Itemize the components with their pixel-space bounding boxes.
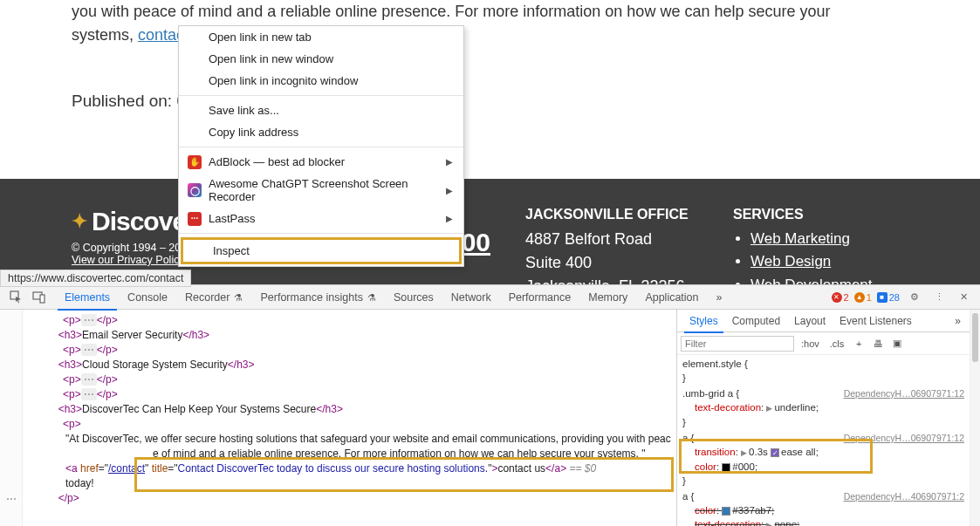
logo-icon: ✦ [72,210,86,233]
styles-tabs: Styles Computed Layout Event Listeners » [677,310,970,332]
devtools-panel: Elements Console Recorder ⚗ Performance … [0,284,980,526]
office-heading: JACKSONVILLE OFFICE [525,207,707,222]
close-icon[interactable]: ✕ [954,288,973,307]
styles-rules[interactable]: element.style { } DependencyH…06907971:1… [677,355,970,526]
devtools-toolbar: Elements Console Recorder ⚗ Performance … [0,285,980,310]
tab-event-listeners[interactable]: Event Listeners [833,310,919,332]
new-style-rule-icon[interactable]: + [851,338,867,349]
source-link[interactable]: DependencyH…06907971:12 [844,386,964,400]
menu-open-incognito[interactable]: Open link in incognito window [179,70,463,92]
devtools-counts: ✕2 ▲1 ■28 ⚙ ⋮ ✕ [832,288,974,307]
lastpass-icon: ··· [188,212,202,226]
article-body: you with peace of mind and a reliable on… [0,0,980,114]
tab-computed[interactable]: Computed [725,310,787,332]
svg-rect-2 [40,295,45,303]
tab-recorder[interactable]: Recorder ⚗ [176,285,251,310]
settings-icon[interactable]: ⚙ [905,288,924,307]
menu-copy-link-address[interactable]: Copy link address [179,121,463,143]
tab-network[interactable]: Network [442,285,500,310]
devtools-gutter: ⋯ [0,310,23,526]
tab-layout[interactable]: Layout [787,310,833,332]
address-line: Suite 400 [525,251,707,275]
styles-filter-input[interactable] [681,336,794,352]
breadcrumb-dots[interactable]: ⋯ [6,493,15,505]
chevron-right-icon: ▶ [446,157,453,167]
tab-styles[interactable]: Styles [682,310,725,332]
context-menu: Open link in new tab Open link in new wi… [178,25,464,267]
beaker-icon: ⚗ [365,292,376,303]
info-count[interactable]: ■28 [877,292,900,303]
tab-perf-insights[interactable]: Performance insights ⚗ [251,285,384,310]
styles-pane: Styles Computed Layout Event Listeners »… [676,310,970,526]
cls-toggle[interactable]: .cls [826,337,848,351]
menu-separator [179,95,463,96]
menu-separator [179,233,463,234]
error-count[interactable]: ✕2 [832,292,849,303]
menu-separator [179,147,463,147]
body-text-line: you with peace of mind and a reliable on… [72,0,908,24]
elements-tree[interactable]: ▶<p>⋯</p> <h3>Email Server Security</h3>… [23,310,676,526]
menu-ext-screenshot[interactable]: ◯ Awesome ChatGPT Screenshot Screen Reco… [179,173,463,208]
computed-toggle-icon[interactable]: ▣ [889,338,905,349]
tab-performance[interactable]: Performance [500,285,580,310]
beaker-icon: ⚗ [231,292,243,303]
chevron-right-icon: ▶ [446,214,453,223]
chevron-right-icon: ▶ [446,186,453,195]
services-heading: SERVICES [733,207,873,222]
tab-sources[interactable]: Sources [385,285,442,310]
address-line: 4887 Belfort Road [525,228,707,251]
status-bar-url: https://www.discovertec.com/contact [0,270,191,287]
print-media-icon[interactable]: 🖶 [870,338,886,349]
menu-ext-lastpass[interactable]: ··· LastPass ▶ [179,208,463,229]
adblock-icon: ✋ [188,155,202,169]
hov-toggle[interactable]: :hov [798,337,823,351]
service-link[interactable]: Web Marketing [750,228,873,250]
devtools-tabs: Elements Console Recorder ⚗ Performance … [56,285,730,310]
styles-scrollbar[interactable] [970,310,980,526]
styles-filter-bar: :hov .cls + 🖶 ▣ [677,332,970,355]
tab-elements[interactable]: Elements [56,285,119,310]
screenshot-icon: ◯ [188,183,202,197]
service-link[interactable]: Web Design [750,250,873,273]
warning-count[interactable]: ▲1 [854,292,872,303]
tab-application[interactable]: Application [636,285,707,310]
tab-more[interactable]: » [708,285,731,310]
source-link[interactable]: DependencyH…06907971:12 [844,431,964,445]
menu-open-new-tab[interactable]: Open link in new tab [179,26,463,48]
device-toggle-icon[interactable] [30,288,49,307]
menu-ext-adblock[interactable]: ✋ AdBlock — best ad blocker ▶ [179,151,463,173]
tabs-overflow[interactable]: » [951,315,964,327]
tab-memory[interactable]: Memory [579,285,636,310]
inspect-element-icon[interactable] [7,288,26,307]
text-node[interactable]: "At DiscoverTec, we offer secure hosting… [26,432,676,461]
site-footer: ✦ Discover © Copyright 1994 – 2023 Disco… [0,179,980,284]
scrollbar-thumb[interactable] [972,313,978,362]
source-link[interactable]: DependencyH…406907971:2 [844,489,964,503]
kebab-menu-icon[interactable]: ⋮ [929,288,949,307]
menu-inspect[interactable]: Inspect [181,237,462,264]
tab-console[interactable]: Console [119,285,176,310]
menu-save-link-as[interactable]: Save link as... [179,99,463,121]
menu-open-new-window[interactable]: Open link in new window [179,48,463,70]
